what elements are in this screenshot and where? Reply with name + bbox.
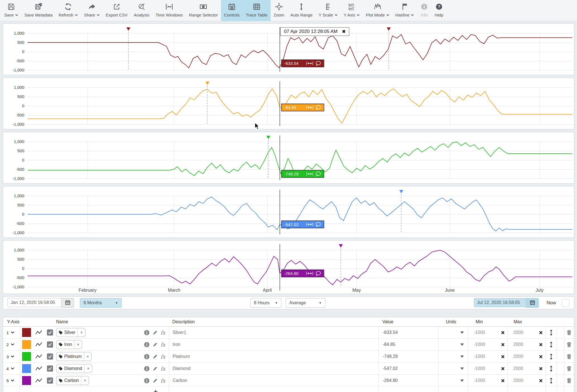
units-dropdown-caret[interactable] [460,331,464,334]
max-value[interactable]: 2000 [513,378,523,383]
row-number-cell[interactable]: 5 [3,375,20,386]
end-date-input[interactable] [474,298,526,307]
info-icon[interactable] [144,378,150,384]
visibility-checkbox[interactable] [47,365,53,372]
clear-max-icon[interactable] [539,355,543,358]
series-color-swatch[interactable] [22,340,31,349]
marker-triangle-handle[interactable] [387,27,391,31]
units-dropdown-caret[interactable] [460,379,464,382]
min-value[interactable]: -1000 [474,354,485,359]
info-icon[interactable] [144,330,150,336]
line-style-icon[interactable] [35,378,42,383]
toolbar-button-zoom[interactable]: Zoom [271,0,287,21]
clear-max-icon[interactable] [539,379,543,383]
chart-panel-diamond[interactable]: 1,0005000-500-1,000-547.02 [3,186,574,238]
signal-tag-chip[interactable]: Diamond× [56,364,92,373]
remove-tag-icon[interactable]: × [78,328,85,337]
chevron-down-icon[interactable] [11,331,14,334]
line-style-icon[interactable] [35,330,42,335]
start-date-input[interactable] [8,298,61,307]
series-color-swatch[interactable] [22,352,31,361]
edit-pencil-icon[interactable] [152,330,158,335]
trash-icon[interactable] [567,354,571,359]
signal-tag-chip[interactable]: Silver× [56,328,85,337]
close-icon[interactable]: ✖ [342,29,346,34]
formula-fx-icon[interactable]: fx [161,378,165,384]
series-color-swatch[interactable] [22,328,31,337]
marker-triangle-handle[interactable] [266,136,270,139]
auto-range-updown-icon[interactable] [550,377,553,384]
row-number-cell[interactable]: 3 [3,351,20,362]
duration-select[interactable]: 6 Months ▼ [80,298,122,308]
line-style-icon[interactable] [35,366,42,371]
toolbar-button-save[interactable]: Save [1,0,21,21]
toolbar-button-help[interactable]: ?Help [431,0,446,21]
formula-fx-icon[interactable]: fx [161,354,165,360]
remove-tag-icon[interactable]: × [74,340,82,349]
clear-max-icon[interactable] [539,367,543,370]
chart-panel-iron[interactable]: 1,0005000-500-1,000-84.85 [3,78,574,129]
visibility-checkbox[interactable] [47,353,53,360]
clear-min-icon[interactable] [501,355,505,358]
toolbar-button-range-selector[interactable]: Range Selector [186,0,221,21]
min-value[interactable]: -1000 [474,378,485,383]
clear-min-icon[interactable] [501,331,505,334]
visibility-checkbox[interactable] [47,329,53,336]
min-value[interactable]: -1000 [474,366,485,371]
visibility-checkbox[interactable] [47,341,53,348]
auto-range-updown-icon[interactable] [550,353,553,360]
clear-min-icon[interactable] [501,343,505,346]
clear-max-icon[interactable] [539,331,543,334]
units-dropdown-caret[interactable] [460,355,464,358]
row-number-cell[interactable]: 1 [3,327,20,338]
chevron-down-icon[interactable] [11,343,14,346]
clear-max-icon[interactable] [539,343,543,346]
units-dropdown-caret[interactable] [460,367,464,370]
auto-range-updown-icon[interactable] [550,329,553,336]
series-color-swatch[interactable] [22,376,31,385]
row-number-cell[interactable]: 4 [3,363,20,374]
now-checkbox[interactable] [562,299,569,307]
clear-min-icon[interactable] [501,367,505,370]
info-icon[interactable] [144,366,150,372]
toolbar-button-analysis[interactable]: Analysis [131,0,152,21]
formula-fx-icon[interactable]: fx [161,342,165,348]
info-icon[interactable] [144,354,150,360]
toolbar-button-y-scale[interactable]: Y Scale [316,0,340,21]
series-color-swatch[interactable] [22,364,31,373]
chart-panel-platinum[interactable]: 1,0005000-500-1,000-748.29 [3,132,574,184]
units-dropdown-caret[interactable] [460,343,464,346]
add-signal-plus-icon[interactable] [154,390,158,392]
toolbar-button-export-csv[interactable]: Export CSV [103,0,131,21]
series-line-carbon[interactable] [28,250,572,285]
edit-pencil-icon[interactable] [152,366,158,371]
formula-fx-icon[interactable]: fx [161,366,165,372]
edit-pencil-icon[interactable] [152,342,158,347]
edit-pencil-icon[interactable] [152,354,158,359]
marker-triangle-handle[interactable] [399,190,403,193]
toolbar-button-time-windows[interactable]: Time Windows [152,0,186,21]
remove-tag-icon[interactable]: × [84,364,92,373]
toolbar-button-plot-mode[interactable]: Plot Mode [363,0,392,21]
edit-pencil-icon[interactable] [152,378,158,383]
max-value[interactable]: 2000 [513,342,523,347]
trash-icon[interactable] [567,366,571,371]
marker-triangle-handle[interactable] [127,27,130,31]
visibility-checkbox[interactable] [47,377,53,384]
min-value[interactable]: -1000 [474,342,485,347]
min-value[interactable]: -1000 [474,330,485,335]
signal-tag-chip[interactable]: Iron× [56,340,82,349]
clear-min-icon[interactable] [501,379,505,383]
remove-tag-icon[interactable]: × [84,352,91,361]
signal-tag-chip[interactable]: Platinum× [56,352,92,361]
toolbar-button-controls[interactable]: Controls [221,0,243,21]
trash-icon[interactable] [567,378,571,383]
toolbar-button-y-axis[interactable]: Y Axis [341,0,363,21]
marker-triangle-handle[interactable] [206,82,209,85]
row-number-cell[interactable]: 2 [3,339,20,350]
formula-fx-icon[interactable]: fx [161,330,165,336]
trash-icon[interactable] [567,330,571,335]
marker-triangle-handle[interactable] [339,244,343,248]
max-value[interactable]: 2000 [513,354,523,359]
max-value[interactable]: 2000 [513,366,523,371]
